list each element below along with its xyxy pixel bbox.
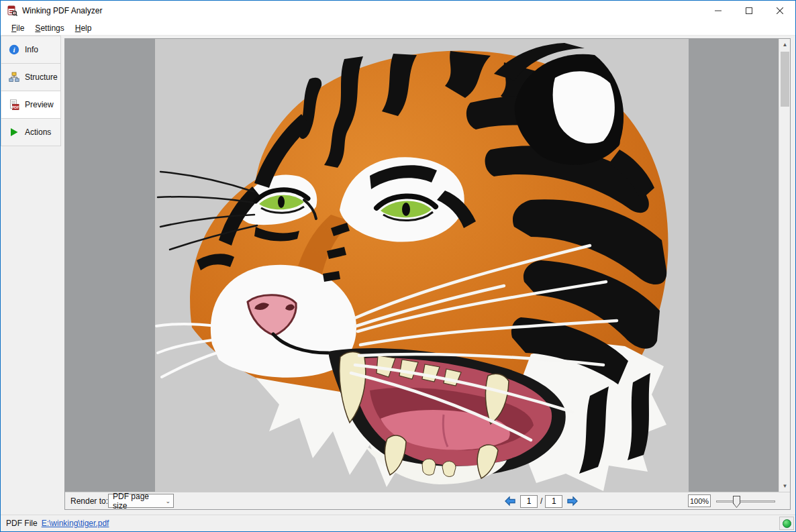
structure-icon — [9, 72, 19, 83]
zoom-slider-thumb[interactable] — [733, 496, 740, 508]
render-to-label: Render to: — [70, 496, 108, 506]
preview-toolbar: Render to: PDF page size ⌄ / — [65, 492, 790, 509]
app-window: Winking PDF Analyzer File Settings Help … — [0, 0, 796, 532]
tab-info-label: Info — [25, 45, 38, 54]
scrollbar-thumb[interactable] — [781, 52, 789, 107]
next-page-button[interactable] — [565, 494, 580, 508]
tab-structure[interactable]: Structure — [1, 63, 61, 91]
pdf-file-label: PDF File — [6, 519, 38, 528]
sidebar: i Info Structure PDF — [1, 36, 64, 515]
tab-info[interactable]: i Info — [1, 36, 61, 64]
preview-icon: PDF — [9, 99, 19, 110]
preview-panel: ▲ ▼ Render to: PDF page size ⌄ / — [64, 38, 791, 510]
tab-actions-label: Actions — [25, 127, 51, 137]
window-title: Winking PDF Analyzer — [22, 6, 102, 15]
tab-preview[interactable]: PDF Preview — [1, 91, 61, 119]
scroll-down-icon: ▼ — [783, 483, 788, 489]
app-icon — [7, 5, 17, 16]
page-separator: / — [540, 496, 542, 506]
play-icon — [9, 127, 19, 138]
menu-file[interactable]: File — [7, 22, 29, 34]
close-icon — [777, 7, 783, 14]
arrow-left-icon — [504, 496, 516, 507]
maximize-icon — [746, 7, 752, 14]
menubar: File Settings Help — [1, 21, 795, 36]
scroll-down-button[interactable]: ▼ — [779, 480, 790, 492]
chevron-down-icon: ⌄ — [165, 498, 170, 504]
prev-page-button[interactable] — [503, 494, 517, 508]
menu-help[interactable]: Help — [70, 22, 97, 34]
svg-text:PDF: PDF — [12, 105, 19, 109]
scroll-up-icon: ▲ — [783, 42, 788, 48]
zoom-value[interactable]: 100% — [688, 494, 711, 507]
window-controls — [703, 1, 795, 21]
preview-canvas: ▲ ▼ — [65, 39, 790, 492]
pdf-file-path-link[interactable]: E:\winking\tiger.pdf — [42, 519, 109, 528]
close-button[interactable] — [764, 1, 795, 21]
scroll-up-button[interactable]: ▲ — [779, 39, 790, 50]
minimize-button[interactable] — [703, 1, 734, 21]
page-navigation: / — [503, 494, 580, 509]
tab-actions[interactable]: Actions — [1, 118, 61, 146]
vertical-scrollbar[interactable]: ▲ ▼ — [779, 39, 790, 492]
maximize-button[interactable] — [734, 1, 764, 21]
status-ok-icon — [783, 519, 791, 528]
render-mode-select[interactable]: PDF page size ⌄ — [108, 494, 174, 508]
titlebar: Winking PDF Analyzer — [1, 1, 795, 21]
tab-structure-label: Structure — [25, 72, 58, 82]
info-icon: i — [9, 44, 19, 55]
arrow-right-icon — [566, 496, 579, 507]
minimize-icon — [715, 7, 722, 14]
total-pages-input[interactable] — [545, 495, 562, 508]
pdf-page — [155, 39, 689, 492]
pdf-preview-image — [155, 39, 689, 492]
statusbar: PDF File E:\winking\tiger.pdf — [1, 515, 795, 531]
tab-preview-label: Preview — [25, 100, 54, 109]
render-mode-value: PDF page size — [113, 492, 165, 511]
current-page-input[interactable] — [520, 495, 538, 508]
menu-settings[interactable]: Settings — [30, 22, 68, 34]
zoom-slider[interactable] — [716, 500, 775, 502]
status-indicator-box — [779, 517, 794, 530]
